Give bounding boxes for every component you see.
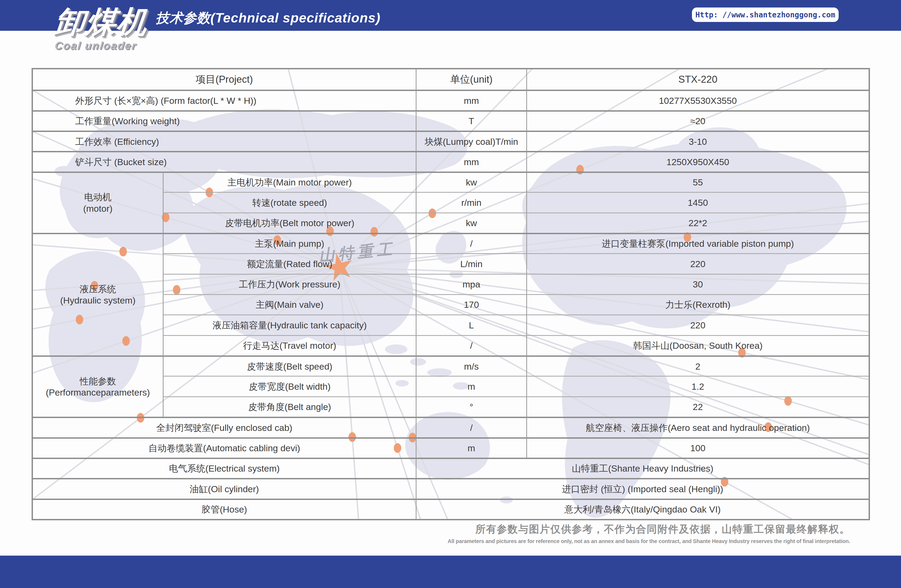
- row-label: 工作重量(Working weight): [33, 110, 416, 131]
- row-unit: mm: [416, 151, 526, 171]
- row-value: 3-10: [526, 131, 868, 151]
- row-value: 1450: [526, 192, 868, 212]
- row-label: 铲斗尺寸 (Bucket size): [33, 151, 416, 171]
- footer-bar: [0, 555, 901, 588]
- row-value: 22*2: [526, 212, 868, 233]
- row-unit: L: [416, 315, 526, 335]
- group-label-cn: 性能参数: [46, 376, 150, 387]
- brand-logo-en: Coal unloader: [55, 40, 149, 51]
- row-label: 胶管(Hose): [33, 499, 416, 519]
- col-header-project: 项目(Project): [33, 69, 416, 90]
- row-unit: /: [416, 335, 526, 356]
- row-label: 工作效率 (Efficiency): [33, 131, 416, 151]
- row-label: 全封闭驾驶室(Fully enclosed cab): [33, 417, 416, 437]
- page: 山特重工 卸煤机 Coal unloader 技术参数(Technical sp…: [0, 0, 901, 588]
- row-unit: kw: [416, 172, 526, 192]
- row-value: 韩国斗山(Doosan, South Korea): [526, 335, 868, 356]
- row-value: 55: [526, 172, 868, 192]
- row-label: 皮带电机功率(Belt motor power): [163, 212, 416, 233]
- row-unit: r/min: [416, 192, 526, 212]
- row-value: 100: [526, 437, 868, 458]
- row-value: 进口变量柱赛泵(Imported variable piston pump): [526, 233, 868, 253]
- group-cell: 性能参数(Performanceparameters): [33, 356, 163, 417]
- row-label: 额定流量(Rated flow): [163, 253, 416, 273]
- row-value: 山特重工(Shante Heavy Industries): [416, 458, 868, 478]
- row-label: 外形尺寸 (长×宽×高) (Form factor(L * W * H)): [33, 90, 416, 110]
- row-label: 转速(rotate speed): [163, 192, 416, 212]
- row-unit: L/min: [416, 253, 526, 273]
- row-unit: °: [416, 396, 526, 417]
- row-value: 进口密封 (恒立) (Imported seal (Hengli)): [416, 478, 868, 498]
- row-unit: /: [416, 417, 526, 437]
- row-label: 油缸(Oil cylinder): [33, 478, 416, 498]
- group-label-en: (Performanceparameters): [46, 387, 150, 398]
- page-title: 技术参数(Technical specifications): [156, 9, 380, 27]
- row-value: 力士乐(Rexroth): [526, 294, 868, 315]
- brand-logo: 卸煤机 Coal unloader: [55, 7, 148, 51]
- row-label: 工作压力(Work pressure): [163, 274, 416, 294]
- spec-table: 项目(Project)单位(unit)STX-220外形尺寸 (长×宽×高) (…: [31, 68, 870, 520]
- group-label-cn: 电动机: [83, 191, 113, 203]
- col-header-unit: 单位(unit): [416, 69, 526, 90]
- group-cell: 电动机(motor): [33, 172, 163, 233]
- col-header-model: STX-220: [526, 69, 868, 90]
- row-value: 30: [526, 274, 868, 294]
- row-unit: 块煤(Lumpy coal)T/min: [416, 131, 526, 151]
- row-value: 1250X950X450: [526, 151, 868, 171]
- group-cell: 液压系统(Hydraulic system): [33, 233, 163, 356]
- row-label: 皮带宽度(Belt width): [163, 376, 416, 396]
- row-label: 主电机功率(Main motor power): [163, 172, 416, 192]
- row-label: 液压油箱容量(Hydraulic tank capacity): [163, 315, 416, 335]
- row-label: 主阀(Main valve): [163, 294, 416, 315]
- row-unit: mpa: [416, 274, 526, 294]
- row-label: 行走马达(Travel motor): [163, 335, 416, 356]
- row-unit: 170: [416, 294, 526, 315]
- group-label-cn: 液压系统: [60, 284, 136, 295]
- row-unit: mm: [416, 90, 526, 110]
- row-label: 电气系统(Electrical system): [33, 458, 416, 478]
- brand-logo-cn: 卸煤机: [53, 7, 150, 37]
- row-value: 航空座椅、液压操作(Aero seat and hydraulic operat…: [526, 417, 868, 437]
- row-label: 皮带速度(Belt speed): [163, 356, 416, 376]
- row-unit: m: [416, 376, 526, 396]
- website-link[interactable]: Http: //www.shantezhonggong.com: [692, 8, 839, 22]
- disclaimer-en: All parameters and pictures are for refe…: [447, 538, 850, 544]
- row-value: 意大利/青岛橡六(Italy/Qingdao Oak VI): [416, 499, 868, 519]
- row-unit: m/s: [416, 356, 526, 376]
- row-value: 220: [526, 253, 868, 273]
- row-value: 1.2: [526, 376, 868, 396]
- row-label: 主泵(Main pump): [163, 233, 416, 253]
- row-value: 22: [526, 396, 868, 417]
- row-unit: kw: [416, 212, 526, 233]
- row-value: 10277X5530X3550: [526, 90, 868, 110]
- row-label: 自动卷缆装置(Automatic cabling devi): [33, 437, 416, 458]
- group-label-en: (motor): [83, 203, 113, 214]
- row-unit: T: [416, 110, 526, 131]
- disclaimer: 所有参数与图片仅供参考，不作为合同附件及依据，山特重工保留最终解释权。 All …: [447, 522, 850, 544]
- row-value: 2: [526, 356, 868, 376]
- row-value: ≈20: [526, 110, 868, 131]
- disclaimer-cn: 所有参数与图片仅供参考，不作为合同附件及依据，山特重工保留最终解释权。: [447, 522, 850, 536]
- row-unit: /: [416, 233, 526, 253]
- row-label: 皮带角度(Belt angle): [163, 396, 416, 417]
- row-unit: m: [416, 437, 526, 458]
- row-value: 220: [526, 315, 868, 335]
- group-label-en: (Hydraulic system): [60, 295, 136, 306]
